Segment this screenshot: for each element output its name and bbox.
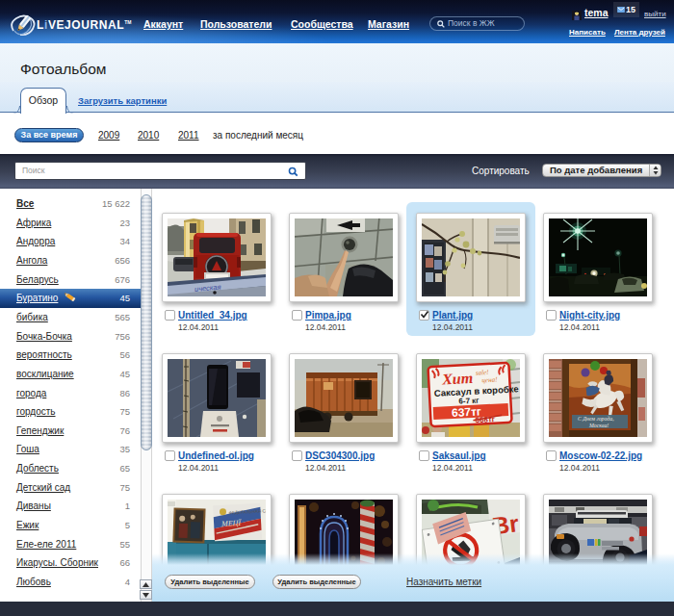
svg-text:С Днем города,: С Днем города,: [578, 416, 614, 422]
svg-text:МЕЦЇ: МЕЦЇ: [220, 519, 243, 528]
svg-text:Хит: Хит: [441, 370, 474, 388]
svg-text:Москва!: Москва!: [588, 423, 609, 428]
svg-text:цена!: цена!: [481, 375, 498, 384]
